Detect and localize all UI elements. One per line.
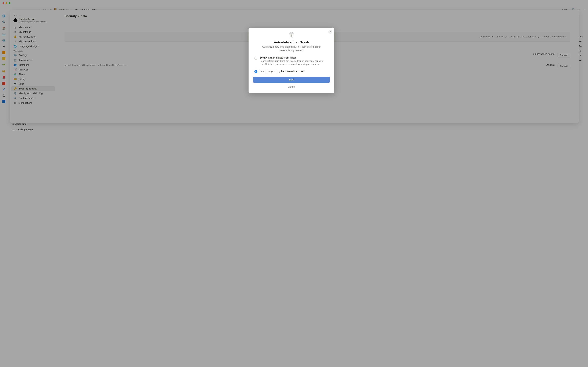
close-icon[interactable]: ✕: [328, 30, 332, 34]
radio-option-30days[interactable]: 30 days, then delete from Trash Pages de…: [253, 56, 330, 68]
radio-option-custom[interactable]: 5 ▾ days ▾ , then delete from trash: [253, 68, 330, 77]
modal-title: Auto-delete from Trash: [253, 41, 330, 44]
chevron-down-icon: ▾: [274, 70, 275, 73]
radio-30days-desc: Pages deleted from Trash are retained fo…: [260, 59, 329, 66]
trash-icon: [288, 32, 295, 39]
chevron-down-icon: ▾: [263, 70, 264, 73]
radio-custom-circle[interactable]: [254, 70, 258, 73]
radio-30days-circle[interactable]: [254, 57, 258, 60]
cancel-button[interactable]: Cancel: [253, 84, 330, 90]
duration-unit-select[interactable]: days ▾: [267, 69, 277, 74]
duration-number-select[interactable]: 5 ▾: [259, 69, 265, 74]
duration-unit: days: [269, 70, 274, 73]
autodelete-modal: ✕ Auto-delete from Trash Customize how l…: [249, 28, 334, 93]
modal-subtitle: Customize how long pages stay in Trash b…: [253, 45, 330, 52]
radio-30days-title: 30 days, then delete from Trash: [260, 56, 329, 59]
save-button[interactable]: Save: [253, 77, 330, 83]
duration-suffix: , then delete from trash: [279, 70, 304, 73]
duration-number: 5: [261, 70, 262, 73]
